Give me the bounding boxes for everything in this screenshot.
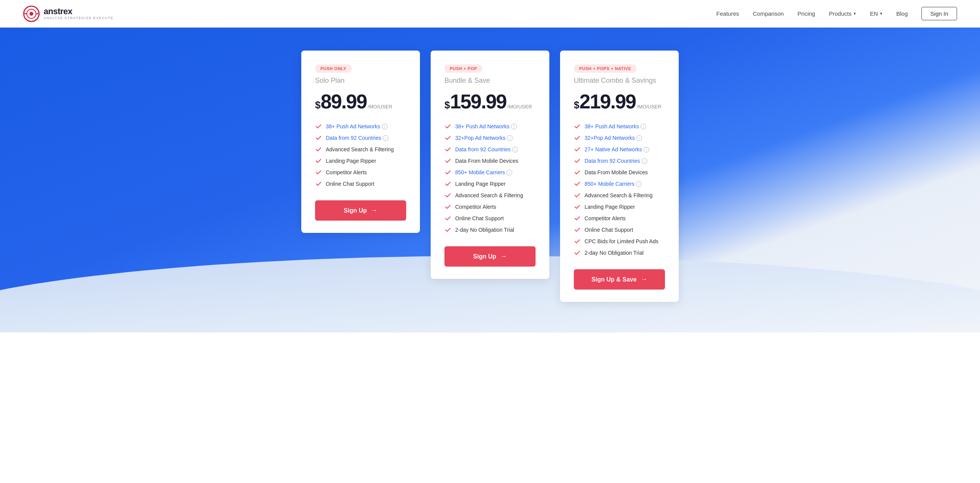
feature-link[interactable]: 38+ Push Ad Networks xyxy=(326,123,380,129)
check-icon xyxy=(444,169,451,176)
list-item: Online Chat Support xyxy=(574,224,665,236)
features-list-ultimate: 38+ Push Ad Networksi 32+Pop Ad Networks… xyxy=(574,121,665,259)
price-dollar-ultimate: $ xyxy=(574,100,579,110)
check-icon xyxy=(315,169,322,176)
feature-link[interactable]: Data from 92 Countries xyxy=(455,146,511,152)
plan-bundle: PUSH + POP Bundle & Save $ 159.99 /MO/US… xyxy=(431,51,549,279)
arrow-icon: → xyxy=(500,252,507,260)
price-dollar-bundle: $ xyxy=(444,100,450,110)
check-icon xyxy=(574,157,581,164)
list-item: Data from 92 Countriesi xyxy=(444,144,536,155)
list-item: Landing Page Ripper xyxy=(444,178,536,190)
feature-text: Advanced Search & Filtering xyxy=(455,192,523,198)
list-item: Landing Page Ripper xyxy=(315,155,406,167)
list-item: Landing Page Ripper xyxy=(574,201,665,213)
feature-text: Data From Mobile Devices xyxy=(455,158,518,164)
info-icon[interactable]: i xyxy=(636,181,642,187)
signup-button-bundle[interactable]: Sign Up → xyxy=(444,246,536,267)
list-item: 2-day No Obligation Trial xyxy=(444,224,536,236)
feature-text: Data From Mobile Devices xyxy=(585,169,648,175)
features-list-bundle: 38+ Push Ad Networksi 32+Pop Ad Networks… xyxy=(444,121,536,236)
signup-button-ultimate[interactable]: Sign Up & Save → xyxy=(574,269,665,290)
list-item: 38+ Push Ad Networksi xyxy=(444,121,536,132)
feature-text: 38+ Push Ad Networksi xyxy=(326,123,387,130)
list-item: Data from 92 Countriesi xyxy=(574,155,665,167)
logo-tagline: Analyze·Strategize·Execute xyxy=(44,16,114,20)
nav-lang[interactable]: EN xyxy=(870,10,882,17)
check-icon xyxy=(444,146,451,153)
feature-text: 27+ Native Ad Networksi xyxy=(585,146,649,153)
plan-badge-bundle: PUSH + POP xyxy=(444,64,482,73)
arrow-icon: → xyxy=(371,206,377,214)
feature-link[interactable]: 27+ Native Ad Networks xyxy=(585,146,642,152)
info-icon[interactable]: i xyxy=(506,170,512,175)
nav-comparison[interactable]: Comparison xyxy=(753,10,784,17)
info-icon[interactable]: i xyxy=(511,124,517,129)
list-item: Data From Mobile Devices xyxy=(444,155,536,167)
list-item: Data from 92 Countriesi xyxy=(315,132,406,144)
feature-text: 2-day No Obligation Trial xyxy=(585,250,644,256)
feature-text: Landing Page Ripper xyxy=(585,204,635,210)
check-icon xyxy=(444,134,451,141)
check-icon xyxy=(315,157,322,164)
signin-button[interactable]: Sign In xyxy=(921,7,957,20)
check-icon xyxy=(444,215,451,222)
feature-link[interactable]: 38+ Push Ad Networks xyxy=(585,123,639,129)
list-item: Competitor Alerts xyxy=(574,213,665,224)
feature-text: Competitor Alerts xyxy=(585,215,626,221)
check-icon xyxy=(315,134,322,141)
info-icon[interactable]: i xyxy=(642,158,647,164)
feature-link[interactable]: Data from 92 Countries xyxy=(585,158,640,164)
feature-link[interactable]: 850+ Mobile Carriers xyxy=(455,169,505,175)
check-icon xyxy=(574,226,581,233)
logo[interactable]: anstrex Analyze·Strategize·Execute xyxy=(23,5,114,22)
info-icon[interactable]: i xyxy=(512,147,518,152)
info-icon[interactable]: i xyxy=(507,135,513,141)
price-amount-ultimate: 219.99 xyxy=(579,92,635,111)
price-unit-bundle: /MO/USER xyxy=(508,104,532,110)
plan-solo: PUSH ONLY Solo Plan $ 89.99 /MO/USER 38+… xyxy=(301,51,420,233)
nav-pricing[interactable]: Pricing xyxy=(797,10,815,17)
plan-badge-ultimate: PUSH + POPS + NATIVE xyxy=(574,64,637,73)
list-item: Data From Mobile Devices xyxy=(574,167,665,178)
price-unit-ultimate: /MO/USER xyxy=(637,104,662,110)
feature-link[interactable]: 32+Pop Ad Networks xyxy=(455,135,505,141)
feature-link[interactable]: Data from 92 Countries xyxy=(326,135,381,141)
info-icon[interactable]: i xyxy=(382,124,387,129)
nav-features[interactable]: Features xyxy=(716,10,739,17)
check-icon xyxy=(574,249,581,256)
info-icon[interactable]: i xyxy=(636,135,642,141)
logo-icon xyxy=(23,5,40,22)
price-dollar-solo: $ xyxy=(315,100,320,110)
check-icon xyxy=(574,180,581,187)
feature-link[interactable]: 38+ Push Ad Networks xyxy=(455,123,510,129)
info-icon[interactable]: i xyxy=(640,124,646,129)
list-item: Online Chat Support xyxy=(444,213,536,224)
check-icon xyxy=(574,203,581,210)
info-icon[interactable]: i xyxy=(644,147,649,152)
feature-text: CPC Bids for Limited Push Ads xyxy=(585,238,658,244)
signup-button-solo[interactable]: Sign Up → xyxy=(315,200,406,221)
nav-products[interactable]: Products xyxy=(829,10,856,17)
nav-blog[interactable]: Blog xyxy=(896,10,908,17)
signup-label: Sign Up & Save xyxy=(591,276,637,283)
svg-point-2 xyxy=(29,12,33,16)
list-item: Advanced Search & Filtering xyxy=(444,190,536,201)
check-icon xyxy=(444,203,451,210)
list-item: 38+ Push Ad Networksi xyxy=(574,121,665,132)
arrow-icon: → xyxy=(640,275,647,283)
feature-link[interactable]: 850+ Mobile Carriers xyxy=(585,181,634,187)
feature-text: 2-day No Obligation Trial xyxy=(455,227,514,233)
list-item: 38+ Push Ad Networksi xyxy=(315,121,406,132)
feature-text: Data from 92 Countriesi xyxy=(455,146,518,153)
list-item: CPC Bids for Limited Push Ads xyxy=(574,236,665,247)
feature-text: Landing Page Ripper xyxy=(455,181,506,187)
feature-link[interactable]: 32+Pop Ad Networks xyxy=(585,135,635,141)
list-item: Advanced Search & Filtering xyxy=(574,190,665,201)
feature-text: 38+ Push Ad Networksi xyxy=(585,123,646,130)
check-icon xyxy=(574,134,581,141)
feature-text: 850+ Mobile Carriersi xyxy=(455,169,512,176)
price-amount-bundle: 159.99 xyxy=(450,92,506,111)
main-nav: Features Comparison Pricing Products EN … xyxy=(716,7,957,20)
info-icon[interactable]: i xyxy=(383,135,389,141)
